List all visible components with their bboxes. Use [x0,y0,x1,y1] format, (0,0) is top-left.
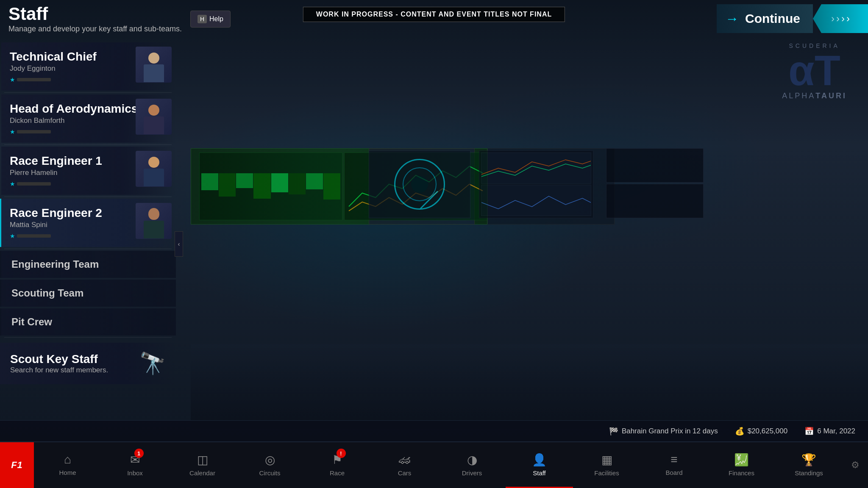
help-label: Help [209,15,223,23]
nav-inbox-label: Inbox [127,469,143,477]
page-subtitle: Manage and develop your key staff and su… [8,25,182,33]
nav-staff-label: Staff [533,469,546,477]
star-icon-3: ★ [10,180,15,187]
divider-5 [4,337,172,338]
scout-key-staff-card[interactable]: Scout Key Staff Search for new staff mem… [0,343,176,384]
continue-arrow-icon: → [725,11,739,27]
settings-icon: ⚙ [851,460,860,471]
money-icon: 💰 [735,427,744,436]
standings-icon: 🏆 [801,453,816,467]
scout-info: Scout Key Staff Search for new staff mem… [10,352,131,374]
staff-card-technical-chief[interactable]: Technical Chief Jody Egginton ★ [0,42,176,91]
scout-subtitle: Search for new staff members. [10,366,131,374]
board-icon: ≡ [670,453,677,466]
nav-board-label: Board [665,469,682,476]
sub-team-scouting[interactable]: Scouting Team [0,280,176,307]
star-bar-3 [17,182,51,186]
cars-icon: 🏎 [399,453,411,467]
nav-inbox[interactable]: ✉ Inbox 1 [101,442,169,488]
staff-icon: 👤 [532,453,547,467]
help-key: H [198,15,207,23]
staff-card-race-engineer-1[interactable]: Race Engineer 1 Pierre Hamelin ★ [0,147,176,195]
nav-cars-label: Cars [398,469,412,477]
staff-card-race-engineer-2[interactable]: Race Engineer 2 Mattia Spini ★ [0,199,176,247]
at-symbol: αT [782,49,847,92]
nav-standings[interactable]: 🏆 Standings [775,442,843,488]
camera-feeds [606,148,704,218]
continue-label: Continue [745,11,800,26]
nav-cars[interactable]: 🏎 Cars [371,442,438,488]
chevron-1: › [831,13,835,25]
help-button[interactable]: H Help [190,11,231,28]
sub-team-pit-crew[interactable]: Pit Crew [0,308,176,336]
nav-home-label: Home [59,469,76,476]
nav-facilities-label: Facilities [594,469,619,477]
inbox-badge: 1 [134,449,144,458]
staff-avatar-1 [136,47,172,83]
star-bar-2 [17,130,51,133]
continue-button-container[interactable]: → Continue › › › › [717,4,868,33]
star-icon-2: ★ [10,128,15,135]
nav-drivers-label: Drivers [462,469,482,477]
continue-button[interactable]: → Continue [717,4,813,33]
nav-race[interactable]: ⚑ Race ! [303,442,371,488]
nav-circuits-label: Circuits [259,469,280,477]
date-text: 6 Mar, 2022 [817,427,855,435]
right-screen-2 [479,150,593,218]
nav-calendar-label: Calendar [189,469,215,477]
bg-desks [191,344,868,429]
nav-home[interactable]: ⌂ Home [34,442,101,488]
calendar-icon: ◫ [197,453,208,467]
money-status: 💰 $20,625,000 [735,427,788,436]
star-icon-4: ★ [10,233,15,239]
f1-logo: F1 [0,442,34,488]
nav-staff[interactable]: 👤 Staff [506,442,573,488]
calendar-status-icon: 📅 [804,427,814,436]
divider-4 [4,249,172,249]
home-icon: ⌂ [64,453,71,466]
facilities-icon: ▦ [601,453,612,467]
star-icon-1: ★ [10,76,15,83]
nav-bar: F1 ⌂ Home ✉ Inbox 1 ◫ Calendar ◎ Circuit… [0,441,868,488]
f1-text: F1 [11,460,23,471]
race-event-status: 🏁 Bahrain Grand Prix in 12 days [609,427,718,436]
nav-board[interactable]: ≡ Board [640,442,708,488]
sub-team-engineering[interactable]: Engineering Team [0,251,176,278]
settings-button[interactable]: ⚙ [843,442,868,488]
nav-facilities[interactable]: ▦ Facilities [573,442,640,488]
staff-avatar-3 [136,151,172,187]
nav-finances-label: Finances [729,469,754,477]
divider-3 [4,197,172,197]
star-bar-1 [17,78,51,81]
nav-race-label: Race [330,469,345,477]
continue-chevrons: › › › › [813,4,868,33]
wip-banner: WORK IN PROGRESS - CONTENT AND EVENT TIT… [303,7,565,22]
nav-standings-label: Standings [795,469,823,477]
staff-avatar-2 [136,99,172,135]
nav-circuits[interactable]: ◎ Circuits [236,442,303,488]
star-bar-4 [17,234,51,238]
staff-card-aero[interactable]: Head of Aerodynamics Dickon Balmforth ★ [0,94,176,143]
sidebar: Technical Chief Jody Egginton ★ Head of … [0,38,176,441]
title-section: Staff Manage and develop your key staff … [8,5,182,33]
nav-drivers[interactable]: ◑ Drivers [438,442,506,488]
date-status: 📅 6 Mar, 2022 [804,427,855,436]
sub-team-engineering-label: Engineering Team [11,258,99,270]
finances-icon: 💹 [734,453,749,467]
chevron-4: › [846,13,850,25]
right-screen-1 [369,150,470,218]
sub-team-scouting-label: Scouting Team [11,287,83,299]
brand-overlay: SCUDERIA αT ALPHATAURI [782,42,847,100]
drivers-icon: ◑ [467,453,477,467]
nav-finances[interactable]: 💹 Finances [708,442,775,488]
scout-title: Scout Key Staff [10,352,131,366]
sidebar-collapse-button[interactable]: ‹ [175,231,183,257]
race-event-text: Bahrain Grand Prix in 12 days [622,427,718,435]
page-title: Staff [8,5,182,23]
circuits-icon: ◎ [265,453,275,467]
nav-calendar[interactable]: ◫ Calendar [169,442,236,488]
race-badge: ! [337,449,346,458]
flag-icon: 🏁 [609,427,618,436]
binoculars-icon: 🔭 [139,351,166,376]
chevron-3: › [841,13,845,25]
